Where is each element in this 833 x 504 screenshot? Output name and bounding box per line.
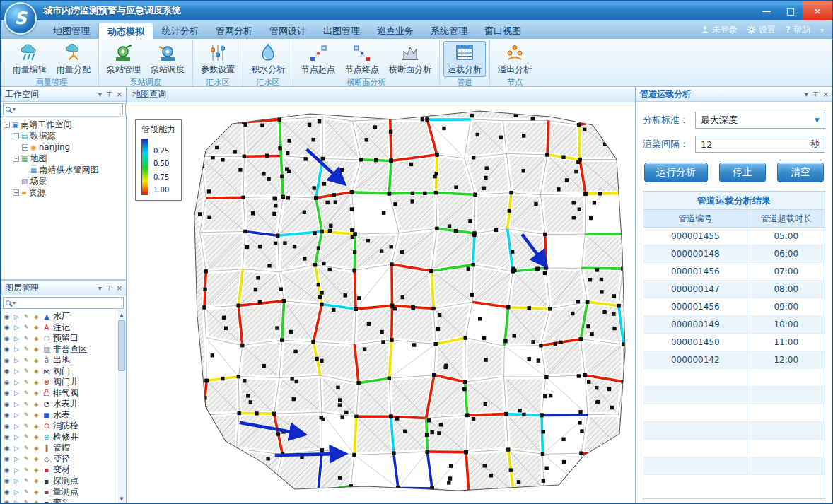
select-arrow-icon[interactable]: ▷ xyxy=(13,357,21,364)
snap-diamond-icon[interactable]: ◈ xyxy=(33,477,40,484)
select-arrow-icon[interactable]: ▷ xyxy=(13,467,21,474)
menu-item[interactable]: 巡查业务 xyxy=(368,23,422,39)
layer-item[interactable]: ◉▷✎◈○预留口 xyxy=(1,333,117,344)
layer-item[interactable]: ◉▷✎◈‖管帽 xyxy=(1,443,117,454)
layer-item[interactable]: ◉▷✎◈å出地 xyxy=(1,355,117,366)
select-arrow-icon[interactable]: ▷ xyxy=(13,499,21,503)
visibility-eye-icon[interactable]: ◉ xyxy=(3,324,11,331)
ribbon-button-ponding-analysis[interactable]: 积水分析 xyxy=(247,41,289,77)
snap-diamond-icon[interactable]: ◈ xyxy=(33,423,40,430)
visibility-eye-icon[interactable]: ◉ xyxy=(3,411,11,418)
visibility-eye-icon[interactable]: ◉ xyxy=(3,488,11,496)
render-interval-input[interactable] xyxy=(701,139,743,150)
edit-pencil-icon[interactable]: ✎ xyxy=(23,357,30,364)
panel-close-icon[interactable]: × xyxy=(117,284,122,292)
close-button[interactable]: × xyxy=(803,1,832,20)
select-arrow-icon[interactable]: ▷ xyxy=(13,401,21,408)
select-arrow-icon[interactable]: ▷ xyxy=(13,346,21,353)
layers-search-box[interactable]: ▾ xyxy=(3,297,124,309)
table-row[interactable]: 00000014708:00 xyxy=(643,281,825,298)
table-row[interactable]: 00000145505:00 xyxy=(643,228,825,245)
visibility-eye-icon[interactable]: ◉ xyxy=(3,379,11,386)
panel-close-icon[interactable]: × xyxy=(117,90,122,98)
visibility-eye-icon[interactable]: ◉ xyxy=(3,433,11,440)
snap-diamond-icon[interactable]: ◈ xyxy=(33,324,40,331)
layer-item[interactable]: ◉▷✎◈▪探测点 xyxy=(1,476,117,487)
visibility-eye-icon[interactable]: ◉ xyxy=(3,335,11,342)
ribbon-button-node-start[interactable]: 节点起点 xyxy=(297,41,339,77)
visibility-eye-icon[interactable]: ◉ xyxy=(3,389,11,397)
scroll-down-arrow[interactable]: ▼ xyxy=(117,494,126,503)
table-row[interactable]: 00000014806:00 xyxy=(643,245,825,263)
expand-icon[interactable]: + xyxy=(22,144,28,151)
table-row[interactable] xyxy=(643,404,825,422)
tree-item[interactable]: -▣南靖工作空间 xyxy=(1,119,126,130)
layers-search-input[interactable] xyxy=(18,298,121,307)
visibility-eye-icon[interactable]: ◉ xyxy=(3,346,11,353)
table-row[interactable]: 00000145011:00 xyxy=(643,334,825,351)
collapse-icon[interactable]: - xyxy=(13,156,19,162)
snap-diamond-icon[interactable]: ◈ xyxy=(33,357,40,364)
menu-overflow-chevron-icon[interactable]: ▾ xyxy=(820,26,824,34)
layer-item[interactable]: ◉▷✎◈⊕检修井 xyxy=(1,432,117,443)
ribbon-button-load-analysis[interactable]: 运载分析 xyxy=(443,41,486,77)
snap-diamond-icon[interactable]: ◈ xyxy=(33,433,40,440)
snap-diamond-icon[interactable]: ◈ xyxy=(33,379,40,386)
layer-item[interactable]: ◉▷✎◈▪量测点 xyxy=(1,486,117,498)
layer-item[interactable]: ◉▷✎◈◇变径 xyxy=(1,454,117,465)
minimize-button[interactable]: — xyxy=(755,1,779,20)
tree-item[interactable]: -▦地图 xyxy=(1,153,126,164)
settings-button[interactable]: 设置 xyxy=(747,24,776,36)
visibility-eye-icon[interactable]: ◉ xyxy=(3,368,11,375)
edit-pencil-icon[interactable]: ✎ xyxy=(23,313,30,320)
snap-diamond-icon[interactable]: ◈ xyxy=(33,488,40,496)
edit-pencil-icon[interactable]: ✎ xyxy=(23,411,30,418)
run-analysis-button[interactable]: 运行分析 xyxy=(644,163,708,182)
visibility-eye-icon[interactable]: ◉ xyxy=(3,477,11,484)
expand-icon[interactable]: + xyxy=(13,189,19,196)
edit-pencil-icon[interactable]: ✎ xyxy=(23,335,30,342)
snap-diamond-icon[interactable]: ◈ xyxy=(33,389,40,397)
edit-pencil-icon[interactable]: ✎ xyxy=(23,389,30,397)
ribbon-button-pump-dispatch[interactable]: 泵站调度 xyxy=(146,41,189,77)
menu-item[interactable]: 管网设计 xyxy=(261,23,315,39)
menu-item[interactable]: 系统管理 xyxy=(422,23,476,39)
edit-pencil-icon[interactable]: ✎ xyxy=(23,401,30,408)
table-row[interactable]: 00000145609:00 xyxy=(643,298,825,316)
table-row[interactable] xyxy=(643,440,825,457)
ribbon-button-overflow-analysis[interactable]: 溢出分析 xyxy=(494,41,536,77)
scroll-up-arrow[interactable]: ▲ xyxy=(117,310,126,320)
table-row[interactable] xyxy=(643,369,825,387)
login-status[interactable]: 未登录 xyxy=(701,24,738,36)
tree-item[interactable]: +▰资源 xyxy=(1,187,126,198)
edit-pencil-icon[interactable]: ✎ xyxy=(23,455,30,462)
tree-item[interactable]: ▧场景 xyxy=(1,175,126,187)
select-arrow-icon[interactable]: ▷ xyxy=(13,411,21,418)
layer-item[interactable]: ◉▷✎◈▪弯头 xyxy=(1,498,117,504)
visibility-eye-icon[interactable]: ◉ xyxy=(3,499,11,503)
edit-pencil-icon[interactable]: ✎ xyxy=(23,499,30,503)
select-arrow-icon[interactable]: ▷ xyxy=(13,445,21,452)
layer-item[interactable]: ◉▷✎◈▲水厂 xyxy=(1,311,117,322)
visibility-eye-icon[interactable]: ◉ xyxy=(3,423,11,430)
layers-scrollbar[interactable]: ▲ ▼ xyxy=(117,310,126,503)
edit-pencil-icon[interactable]: ✎ xyxy=(23,368,30,375)
table-row[interactable]: 00000014910:00 xyxy=(643,316,825,334)
select-arrow-icon[interactable]: ▷ xyxy=(13,324,21,331)
map-canvas[interactable] xyxy=(127,102,635,503)
ribbon-button-rain-edit[interactable]: 雨量编辑 xyxy=(8,41,51,77)
menu-item[interactable]: 出图管理 xyxy=(315,23,368,39)
menu-item[interactable]: 管网分析 xyxy=(207,23,261,39)
menu-item[interactable]: 动态模拟 xyxy=(98,23,153,39)
edit-pencil-icon[interactable]: ✎ xyxy=(23,346,30,353)
select-arrow-icon[interactable]: ▷ xyxy=(13,488,21,496)
layer-item[interactable]: ◉▷✎◈■水表 xyxy=(1,410,117,421)
workspace-search-box[interactable]: ▾ xyxy=(3,103,123,115)
panel-pin-icon[interactable]: ⊤ xyxy=(106,284,112,292)
snap-diamond-icon[interactable]: ◈ xyxy=(33,445,40,452)
table-row[interactable] xyxy=(643,457,825,475)
panel-collapse-icon[interactable]: ▾ xyxy=(98,90,102,98)
ribbon-button-parameter-settings[interactable]: 参数设置 xyxy=(197,41,239,77)
select-arrow-icon[interactable]: ▷ xyxy=(13,368,21,375)
collapse-icon[interactable]: - xyxy=(4,122,10,128)
